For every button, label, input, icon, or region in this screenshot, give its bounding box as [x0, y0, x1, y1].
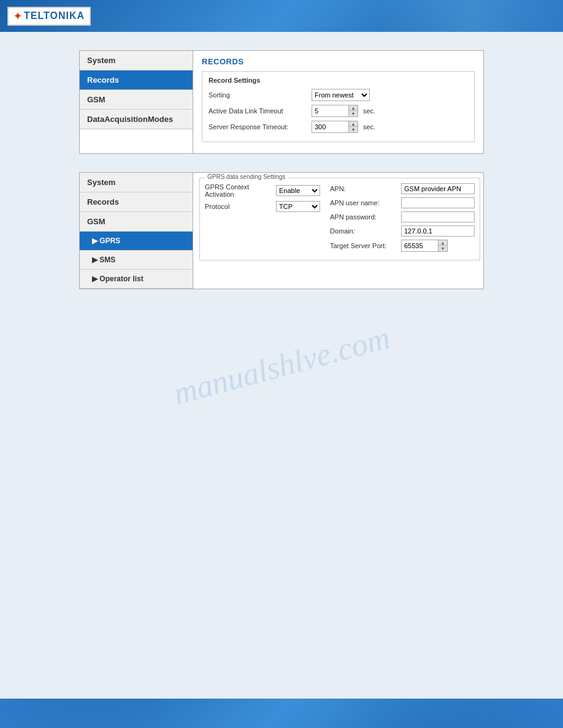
- gprs-fields-container: GPRS Context Activation Enable Disable P…: [205, 183, 475, 255]
- gprs-context-row: GPRS Context Activation Enable Disable: [205, 183, 320, 198]
- target-port-spinner: ▲ ▼: [401, 240, 448, 252]
- gprs-nav-records[interactable]: Records: [80, 192, 193, 212]
- target-port-spinner-buttons: ▲ ▼: [438, 240, 448, 252]
- record-settings-title: Record Settings: [209, 77, 468, 84]
- records-nav: System Records GSM DataAcquisitionModes: [80, 51, 193, 153]
- footer-wave-left: [0, 699, 153, 728]
- active-data-link-spinner-buttons: ▲ ▼: [348, 105, 358, 117]
- gprs-protocol-row: Protocol TCP UDP: [205, 201, 320, 212]
- nav-dataacquisition[interactable]: DataAcquisitionModes: [80, 110, 193, 129]
- records-panel: System Records GSM DataAcquisitionModes …: [79, 50, 484, 154]
- domain-label: Domain:: [330, 227, 397, 235]
- server-response-row: Server Response Timeout: ▲ ▼ sec.: [209, 121, 468, 133]
- logo-box: ✦ TELTONIKA: [7, 7, 91, 26]
- target-port-input[interactable]: [401, 240, 438, 252]
- gprs-left-col: GPRS Context Activation Enable Disable P…: [205, 183, 320, 255]
- domain-input[interactable]: [401, 226, 475, 237]
- logo-text: TELTONIKA: [24, 10, 85, 21]
- server-response-spinner: ▲ ▼: [312, 121, 358, 133]
- gprs-protocol-select[interactable]: TCP UDP: [276, 201, 320, 212]
- gprs-nav: System Records GSM ▶ GPRS ▶ SMS ▶ Operat…: [80, 173, 193, 289]
- server-response-label: Server Response Timeout:: [209, 123, 307, 131]
- sorting-select-wrap: From newest From oldest: [312, 89, 370, 101]
- sorting-select[interactable]: From newest From oldest: [312, 89, 370, 101]
- gprs-nav-gprs[interactable]: ▶ GPRS: [80, 232, 193, 251]
- gprs-section-border: GPRS data sending Settings GPRS Context …: [199, 178, 480, 260]
- gprs-nav-operator[interactable]: ▶ Operator list: [80, 270, 193, 289]
- main-content: System Records GSM DataAcquisitionModes …: [0, 32, 563, 699]
- apn-input[interactable]: [401, 183, 475, 194]
- apn-pass-row: APN password:: [330, 211, 475, 222]
- nav-gsm[interactable]: GSM: [80, 90, 193, 110]
- active-data-link-up[interactable]: ▲: [349, 105, 358, 111]
- active-data-link-label: Active Data Link Timeout: [209, 107, 307, 115]
- active-data-link-row: Active Data Link Timeout ▲ ▼ sec.: [209, 105, 468, 117]
- gprs-nav-system[interactable]: System: [80, 173, 193, 192]
- logo-icon: ✦: [13, 10, 21, 22]
- active-data-link-unit: sec.: [363, 107, 375, 115]
- apn-user-row: APN user name:: [330, 197, 475, 208]
- server-response-unit: sec.: [363, 123, 375, 131]
- apn-pass-label: APN password:: [330, 213, 397, 221]
- gprs-content: GPRS data sending Settings GPRS Context …: [193, 173, 486, 289]
- server-response-spinner-buttons: ▲ ▼: [348, 121, 358, 133]
- active-data-link-input[interactable]: [312, 105, 348, 117]
- gprs-context-select[interactable]: Enable Disable: [276, 185, 320, 196]
- nav-system[interactable]: System: [80, 51, 193, 70]
- gprs-nav-gsm[interactable]: GSM: [80, 212, 193, 232]
- apn-label: APN:: [330, 185, 397, 192]
- header: ✦ TELTONIKA: [0, 0, 563, 32]
- target-port-row: Target Server Port: ▲ ▼: [330, 240, 475, 252]
- logo-area: ✦ TELTONIKA: [7, 7, 91, 26]
- gprs-protocol-label: Protocol: [205, 203, 272, 210]
- header-wave: [379, 0, 563, 32]
- records-section-title: RECORDS: [202, 57, 475, 66]
- target-port-label: Target Server Port:: [330, 242, 397, 249]
- sorting-label: Sorting: [209, 91, 307, 99]
- apn-user-label: APN user name:: [330, 199, 397, 207]
- records-content: RECORDS Record Settings Sorting From new…: [193, 51, 483, 153]
- active-data-link-spinner: ▲ ▼: [312, 105, 358, 117]
- record-settings-group: Record Settings Sorting From newest From…: [202, 71, 475, 142]
- domain-row: Domain:: [330, 226, 475, 237]
- footer: [0, 699, 563, 728]
- gprs-context-label: GPRS Context Activation: [205, 183, 272, 198]
- server-response-up[interactable]: ▲: [349, 121, 358, 127]
- active-data-link-down[interactable]: ▼: [349, 111, 358, 116]
- server-response-input[interactable]: [312, 121, 348, 133]
- sorting-row: Sorting From newest From oldest: [209, 89, 468, 101]
- server-response-down[interactable]: ▼: [349, 127, 358, 132]
- target-port-up[interactable]: ▲: [439, 240, 447, 246]
- gprs-right-col: APN: APN user name: APN password:: [330, 183, 475, 255]
- gprs-nav-sms[interactable]: ▶ SMS: [80, 251, 193, 270]
- target-port-down[interactable]: ▼: [439, 246, 447, 251]
- apn-pass-input[interactable]: [401, 211, 475, 222]
- nav-records[interactable]: Records: [80, 70, 193, 90]
- gprs-panel: System Records GSM ▶ GPRS ▶ SMS ▶ Operat…: [79, 172, 484, 289]
- apn-row: APN:: [330, 183, 475, 194]
- footer-wave-right: [410, 699, 563, 728]
- gprs-section-title: GPRS data sending Settings: [205, 173, 288, 180]
- apn-user-input[interactable]: [401, 197, 475, 208]
